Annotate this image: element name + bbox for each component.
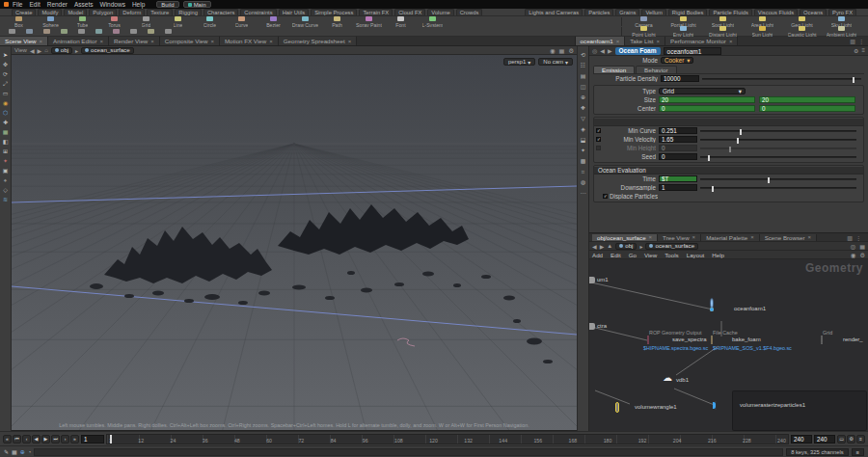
close-icon[interactable]: × [692,234,696,240]
pane-tab[interactable]: Composite View× [160,37,220,45]
pane-tab[interactable]: Scene View× [0,37,48,45]
node-name-field[interactable]: oceanfoam1 [664,47,721,55]
menu-item[interactable]: Edit [29,1,40,8]
settings-icon[interactable]: ⚙ [859,252,865,258]
node-body[interactable] [821,336,823,344]
node[interactable]: volumewrangle1 [616,404,618,411]
transport-button[interactable]: ◀ [32,435,41,444]
grid-icon[interactable]: ▦ [559,47,565,54]
node[interactable]: save_spectra ROP Geometry Output $HIPNAM… [647,336,649,343]
shelf-tool[interactable]: Grid [130,16,162,28]
shelf-tool[interactable]: Caustic Light [782,26,822,38]
pane-tab[interactable]: obj/ocean_surface× [592,234,658,241]
parameter-toggle[interactable]: ✓ [596,137,601,142]
back-icon[interactable]: ◀ [600,47,605,54]
display-option-icon[interactable]: ◈ [581,126,585,132]
display-option-icon[interactable]: ◫ [581,84,586,90]
slider-handle[interactable] [712,186,714,192]
playbar-option-button[interactable]: ▭ [837,435,846,444]
shelf-tab[interactable]: Model [64,9,87,15]
pin-icon[interactable]: ◎ [592,47,597,54]
shelf-tab[interactable]: Deform [119,9,145,15]
shelf-tool[interactable] [38,29,55,34]
display-option-icon[interactable]: ⬓ [581,137,586,143]
forward-icon[interactable]: ▶ [600,243,605,250]
center-y-field[interactable]: 0 [759,105,855,112]
tool-icon[interactable]: ⌖ [4,177,7,183]
shelf-tab[interactable]: Modify [38,9,62,15]
split-pane-icon[interactable]: ▥ [847,234,853,241]
parameter-toggle[interactable]: ✓ [596,128,601,133]
shelf-tool[interactable]: Spray Paint [353,16,385,28]
parameter-tab[interactable]: Behavior [636,66,676,73]
slider-handle[interactable] [708,155,710,161]
shelf-tool[interactable]: L-System [417,16,448,28]
shelf-tool[interactable]: Box [3,16,35,28]
transport-button[interactable]: ▶ [41,435,50,444]
slider-handle[interactable] [737,138,739,144]
parameter-field[interactable]: 1 [659,184,697,191]
breadcrumb-network[interactable]: obj [51,47,72,54]
display-flag[interactable] [614,404,617,411]
pane-tab[interactable]: Performance Monitor× [665,37,738,45]
display-option-icon[interactable]: ⋯ [581,190,586,196]
parameter-slider[interactable] [700,130,856,132]
tool-icon[interactable]: ≋ [3,197,8,202]
transport-button[interactable]: « [3,435,12,444]
key-channel-summary[interactable]: 8 keys, 325 channels [786,448,848,456]
back-icon[interactable]: ◀ [592,243,597,250]
center-x-field[interactable]: 0 [659,105,755,112]
tool-icon[interactable]: ◧ [3,139,9,145]
status-icon[interactable]: ✎ [4,449,9,455]
playback-end-field[interactable]: 240 [814,435,835,444]
shelf-tab[interactable]: Polygon [89,9,117,15]
menu-item[interactable]: Assets [74,1,94,8]
display-flag[interactable] [710,308,714,311]
parameter-toggle[interactable] [596,146,601,150]
shelf-tool[interactable] [20,29,38,34]
home-icon[interactable]: ⌂ [44,47,48,53]
transport-button[interactable]: ‹ [22,435,31,444]
grid-icon[interactable]: ▦ [859,243,865,250]
menu-item[interactable]: Render [47,1,68,8]
parameter-slider[interactable] [700,139,856,141]
shelf-tab[interactable]: Pyro FX [828,9,856,15]
shelf-tab[interactable]: Viscous Fluids [754,9,798,15]
pin-icon[interactable]: ◎ [851,243,855,250]
display-option-icon[interactable]: ☷ [581,63,585,68]
size-x-field[interactable]: 20 [659,96,755,103]
display-option-icon[interactable]: ▽ [581,116,585,121]
ocean-evaluation-header[interactable]: Ocean Evaluation [594,167,863,175]
close-icon[interactable]: × [657,39,661,44]
node[interactable]: bake_foam File Cache $HIPNAME_SOS_v1.$F4… [711,336,713,343]
tool-icon[interactable]: ⟳ [3,71,8,77]
tool-icon[interactable]: ✦ [3,158,8,164]
shelf-tool[interactable]: Draw Curve [289,16,321,28]
settings-icon[interactable]: ⚙ [568,47,574,54]
close-icon[interactable]: × [269,39,273,44]
display-flag[interactable] [709,336,712,343]
back-icon[interactable]: ◀ [30,47,35,54]
tool-icon[interactable]: ◇ [3,187,8,193]
shelf-tool[interactable] [72,29,90,34]
menu-item[interactable]: Tools [665,252,678,258]
settings-icon[interactable]: ⚙ [854,47,858,54]
menu-item[interactable]: Layout [687,252,705,258]
parameter-field[interactable]: 1.65 [659,136,697,143]
parameter-field[interactable]: $T [659,175,697,182]
display-flag[interactable] [645,336,648,343]
shelf-tab[interactable]: Simple Process [311,9,357,15]
shelf-tab[interactable]: Cloud FX [394,9,425,15]
shelf-tool[interactable]: Bezier [258,16,289,28]
pane-tab[interactable]: Tree View× [658,234,701,241]
parameter-slider[interactable] [700,187,856,189]
shelf-tab[interactable]: Terrain FX [359,9,393,15]
menu-item[interactable]: Edit [610,252,621,258]
current-frame-field[interactable]: 1 [81,435,104,444]
shelf-tool[interactable] [3,29,20,34]
shelf-tab[interactable]: Volume [427,9,453,15]
tool-icon[interactable]: ◉ [3,100,8,106]
close-icon[interactable]: × [210,39,214,44]
status-icon[interactable]: ◔ [28,449,32,455]
shelf-tool[interactable]: Path [321,16,353,28]
